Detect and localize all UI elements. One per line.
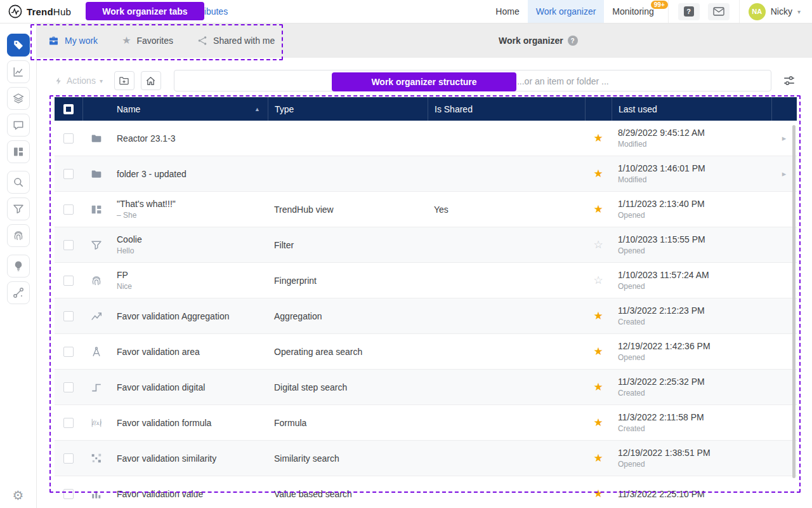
item-last-used: 11/3/2022 2:11:58 PM	[618, 412, 765, 422]
item-type: TrendHub view	[268, 204, 428, 215]
table-header: Name▲ Type Is Shared Last used	[55, 97, 797, 121]
item-type: Aggregation	[268, 311, 428, 321]
select-all-checkbox[interactable]	[63, 104, 74, 114]
column-header-favorite	[585, 97, 612, 121]
item-last-action: Created	[618, 424, 765, 433]
item-type: Operating area search	[268, 347, 428, 357]
avatar: NA	[749, 3, 766, 20]
sidebar: ⚙	[0, 23, 37, 508]
sliders-icon	[783, 74, 796, 87]
sidebar-item-insights[interactable]	[7, 255, 30, 277]
favorite-star-icon[interactable]: ★	[593, 382, 603, 392]
new-folder-button[interactable]	[114, 71, 134, 90]
nav-home[interactable]: Home	[487, 0, 527, 23]
sidebar-item-tags[interactable]	[7, 34, 30, 57]
user-menu[interactable]: NA Nicky ▾	[739, 0, 812, 23]
fingerprint-icon	[91, 275, 102, 286]
table-row[interactable]: Reactor 23.1-3★8/29/2022 9:45:12 AMModif…	[55, 121, 797, 156]
sidebar-item-dashboards[interactable]	[7, 140, 30, 163]
row-checkbox[interactable]	[63, 276, 74, 286]
sidebar-item-comments[interactable]	[7, 114, 30, 137]
help-button[interactable]: ?	[678, 3, 700, 20]
favorite-star-icon[interactable]: ★	[593, 311, 603, 321]
settings-button[interactable]: ⚙	[13, 489, 24, 502]
tag-icon	[13, 39, 24, 51]
table-row[interactable]: "That's what!!!"– SheTrendHub viewYes★1/…	[55, 192, 797, 227]
row-checkbox[interactable]	[63, 453, 74, 464]
help-circle-icon[interactable]: ?	[568, 36, 578, 46]
table-row[interactable]: Favor validation similaritySimilarity se…	[55, 441, 797, 476]
row-checkbox[interactable]	[63, 382, 74, 392]
row-checkbox[interactable]	[63, 418, 74, 428]
home-folder-button[interactable]	[141, 71, 161, 90]
sidebar-item-search[interactable]	[7, 171, 30, 194]
dashboard-icon	[13, 146, 24, 157]
table-row[interactable]: CoolieHelloFilter☆1/10/2023 1:15:55 PMOp…	[55, 227, 797, 263]
table-row[interactable]: Favor validation digitalDigital step sea…	[55, 370, 797, 405]
table-row[interactable]: Favor validation valueValue based search…	[55, 476, 797, 508]
gear-icon: ⚙	[13, 488, 24, 502]
nav-work-organizer[interactable]: Work organizer	[528, 0, 605, 23]
sidebar-item-filters[interactable]	[7, 197, 30, 220]
mail-button[interactable]	[708, 3, 730, 20]
table-scrollbar[interactable]	[792, 125, 796, 478]
tab-favorites[interactable]: ★ Favorites	[122, 36, 173, 46]
row-checkbox[interactable]	[63, 169, 74, 179]
brand[interactable]: TrendHub	[0, 0, 71, 23]
view-settings-button[interactable]	[783, 74, 796, 87]
column-header-last-used[interactable]: Last used	[612, 97, 771, 121]
item-name: Favor validation area	[117, 347, 261, 357]
row-checkbox[interactable]	[63, 133, 74, 144]
page-title: Work organizer ?	[499, 23, 578, 58]
sidebar-item-fingerprints[interactable]	[7, 224, 30, 247]
favorite-star-icon[interactable]: ★	[593, 453, 603, 464]
annotation-work-organizer-tabs: Work organizer tabs	[86, 2, 204, 20]
item-name: Reactor 23.1-3	[117, 133, 261, 144]
table-row[interactable]: folder 3 - updated★1/10/2023 1:46:01 PMM…	[55, 156, 797, 192]
work-items-table: Name▲ Type Is Shared Last used Reactor 2…	[55, 97, 797, 508]
favorite-star-icon[interactable]: ☆	[593, 275, 603, 286]
table-row[interactable]: Favor validation areaOperating area sear…	[55, 334, 797, 370]
tab-shared-with-me[interactable]: Shared with me	[197, 36, 275, 46]
item-name: Favor validation Aggregation	[117, 311, 261, 321]
folder-icon	[91, 168, 102, 180]
sidebar-item-trends[interactable]	[7, 60, 30, 83]
item-last-action: Opened	[618, 460, 765, 469]
favorite-star-icon[interactable]: ☆	[593, 239, 603, 250]
item-last-used: 12/19/2022 1:42:36 PM	[618, 341, 765, 351]
row-checkbox[interactable]	[63, 489, 74, 499]
sidebar-item-layers[interactable]	[7, 87, 30, 110]
nav-monitoring[interactable]: Monitoring99+	[604, 0, 667, 23]
table-row[interactable]: Favor validation AggregationAggregation★…	[55, 298, 797, 334]
item-last-action: Opened	[618, 353, 765, 362]
favorite-star-icon[interactable]: ★	[593, 168, 603, 179]
row-checkbox[interactable]	[63, 311, 74, 321]
tab-my-work[interactable]: My work	[48, 36, 98, 46]
folder-plus-icon	[119, 76, 129, 86]
table-row[interactable]: f(x)Favor validation formulaFormula★11/3…	[55, 405, 797, 441]
item-type: Digital step search	[268, 382, 428, 392]
view-icon	[91, 204, 102, 215]
table-row[interactable]: FPNiceFingerprint☆1/10/2023 11:57:24 AMO…	[55, 263, 797, 298]
trendhub-logo-icon	[8, 4, 22, 18]
favorite-star-icon[interactable]: ★	[593, 417, 603, 428]
item-type: Filter	[268, 240, 428, 250]
row-checkbox[interactable]	[63, 204, 74, 215]
item-name: Favor validation digital	[117, 382, 261, 392]
actions-icon	[55, 77, 63, 85]
favorite-star-icon[interactable]: ★	[593, 488, 603, 499]
column-header-shared[interactable]: Is Shared	[428, 97, 585, 121]
item-last-action: Created	[618, 318, 765, 326]
item-subtitle: Nice	[117, 282, 261, 291]
favorite-star-icon[interactable]: ★	[593, 204, 603, 215]
actions-label: Actions	[67, 76, 96, 86]
column-header-name[interactable]: Name▲	[110, 97, 268, 121]
favorite-star-icon[interactable]: ★	[593, 346, 603, 357]
column-header-type[interactable]: Type	[268, 97, 428, 121]
favorite-star-icon[interactable]: ★	[593, 133, 603, 144]
actions-dropdown[interactable]: Actions ▾	[55, 76, 103, 86]
sidebar-item-workflow[interactable]	[7, 281, 30, 304]
nav-monitoring-label: Monitoring	[612, 6, 653, 17]
row-checkbox[interactable]	[63, 240, 74, 250]
row-checkbox[interactable]	[63, 347, 74, 357]
